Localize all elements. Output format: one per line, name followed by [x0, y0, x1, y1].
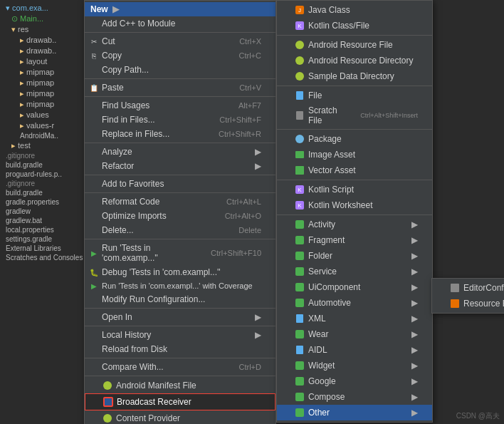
menu-refactor[interactable]: Refactor ▶: [85, 159, 275, 173]
tree-item[interactable]: build.gradle: [0, 188, 85, 197]
menu-reformat[interactable]: Reformat Code Ctrl+Alt+L: [85, 195, 275, 209]
wear-arrow-icon: ▶: [411, 329, 418, 339]
submenu-widget[interactable]: Widget ▶: [277, 358, 432, 373]
menu-find-in-files[interactable]: Find in Files... Ctrl+Shift+F: [85, 113, 275, 127]
submenu-activity[interactable]: Activity ▶: [277, 217, 432, 232]
submenu-kotlin-worksheet[interactable]: K Kotlin Worksheet: [277, 197, 432, 213]
menu-replace-in-files[interactable]: Replace in Files... Ctrl+Shift+R: [85, 127, 275, 141]
menu-find-usages[interactable]: Find Usages Alt+F7: [85, 98, 275, 113]
tree-item[interactable]: ▸ mipmap: [0, 88, 85, 99]
tree-item[interactable]: Scratches and Consoles: [0, 253, 85, 262]
menu-android-manifest[interactable]: Android Manifest File: [85, 378, 275, 393]
content-provider-icon: [102, 413, 113, 424]
tree-item[interactable]: External Libraries: [0, 244, 85, 253]
submenu-automotive[interactable]: Automotive ▶: [277, 295, 432, 311]
tree-item[interactable]: ▸ mipmap: [0, 78, 85, 88]
tree-item[interactable]: ▸ layout: [0, 56, 85, 67]
submenu-file[interactable]: File: [277, 88, 432, 103]
menu-copy-path[interactable]: Copy Path...: [85, 63, 275, 77]
menu-add-favorites[interactable]: Add to Favorites: [85, 177, 275, 191]
tree-item[interactable]: ▸ values: [0, 110, 85, 120]
tree-item[interactable]: ▾ com.exa...: [0, 3, 85, 14]
menu-local-history[interactable]: Local History ▶: [85, 328, 275, 342]
submenu-package[interactable]: Package: [277, 131, 432, 147]
editorconfig-icon: [449, 282, 461, 294]
activity-arrow-icon: ▶: [411, 219, 418, 229]
refactor-arrow-icon: ▶: [255, 161, 261, 171]
submenu-scratch-file[interactable]: Scratch File Ctrl+Alt+Shift+Insert: [277, 103, 432, 128]
menu-delete[interactable]: Delete... Delete: [85, 223, 275, 237]
separator: [85, 239, 275, 239]
tree-item[interactable]: gradle.properties: [0, 197, 85, 207]
tree-item[interactable]: AndroidMa..: [0, 131, 85, 140]
tree-item[interactable]: gradlew.bat: [0, 216, 85, 225]
submenu-wear[interactable]: Wear ▶: [277, 326, 432, 342]
tree-item[interactable]: ⊙ Main...: [0, 14, 85, 24]
java-class-icon: J: [294, 4, 305, 16]
tree-item[interactable]: ▸ mipmap: [0, 67, 85, 78]
submenu-compose[interactable]: Compose ▶: [277, 389, 432, 405]
paste-icon: 📋: [89, 84, 99, 92]
submenu-java-class[interactable]: J Java Class: [277, 2, 432, 18]
separator: [85, 96, 275, 97]
menu-paste[interactable]: 📋 Paste Ctrl+V: [85, 81, 275, 95]
tree-item[interactable]: ▸ mipmap: [0, 99, 85, 110]
submenu-vector-asset[interactable]: Vector Asset: [277, 162, 432, 178]
submenu-resource-bundle[interactable]: Resource Bundle: [432, 296, 504, 311]
copy-icon: ⎘: [89, 52, 99, 60]
tree-item[interactable]: settings.gradle: [0, 234, 85, 244]
menu-analyze[interactable]: Analyze ▶: [85, 145, 275, 159]
submenu-xml[interactable]: XML ▶: [277, 311, 432, 326]
tree-item[interactable]: build.gradle: [0, 160, 85, 170]
menu-content-provider[interactable]: Content Provider: [85, 410, 275, 424]
submenu-android-resource-dir[interactable]: Android Resource Directory: [277, 53, 432, 68]
tree-item[interactable]: ▸ values-r: [0, 120, 85, 131]
tree-item[interactable]: gradlew: [0, 207, 85, 216]
submenu-folder[interactable]: Folder ▶: [277, 248, 432, 264]
menu-run-tests[interactable]: ▶ Run 'Tests in 'com.examp...'' Ctrl+Shi…: [85, 241, 275, 265]
tree-item[interactable]: .gitignore: [0, 179, 85, 188]
menu-reload[interactable]: Reload from Disk: [85, 342, 275, 356]
tree-item[interactable]: local.properties: [0, 225, 85, 234]
submenu-image-asset[interactable]: Image Asset: [277, 147, 432, 162]
menu-open-in[interactable]: Open In ▶: [85, 310, 275, 324]
submenu-editorconfig[interactable]: EditorConfig File: [432, 280, 504, 296]
menu-broadcast-receiver[interactable]: Broadcast Receiver: [85, 393, 275, 410]
automotive-icon: [294, 297, 305, 309]
menu-copy[interactable]: ⎘ Copy Ctrl+C: [85, 48, 275, 63]
tree-item[interactable]: proguard-rules.p..: [0, 170, 85, 179]
menu-debug-tests[interactable]: 🐛 Debug 'Tests in 'com.exampl...'': [85, 265, 275, 279]
submenu-fragment[interactable]: Fragment ▶: [277, 232, 432, 248]
tree-item[interactable]: ▸ test: [0, 140, 85, 151]
ui-component-arrow-icon: ▶: [411, 282, 418, 292]
menu-compare-with[interactable]: Compare With... Ctrl+D: [85, 360, 275, 374]
submenu-ui-component[interactable]: UiComponent ▶: [277, 279, 432, 295]
submenu-other[interactable]: Other ▶: [277, 405, 432, 420]
submenu-kotlin-class[interactable]: K Kotlin Class/File: [277, 18, 432, 33]
menu-cut[interactable]: ✂ Cut Ctrl+X: [85, 34, 275, 48]
tree-item[interactable]: ▸ drawab..: [0, 46, 85, 56]
android-resource-file-icon: [294, 39, 305, 51]
menu-run-coverage[interactable]: ▶ Run 'Tests in 'com.exampl...' with Cov…: [85, 279, 275, 292]
menu-modify-run[interactable]: Modify Run Configuration...: [85, 292, 275, 306]
xml-arrow-icon: ▶: [411, 314, 418, 324]
tree-item[interactable]: ▸ drawab..: [0, 35, 85, 46]
menu-optimize-imports[interactable]: Optimize Imports Ctrl+Alt+O: [85, 209, 275, 223]
submenu-sample-data[interactable]: Sample Data Directory: [277, 68, 432, 84]
menu-new-header[interactable]: New ▶: [85, 2, 275, 16]
submenu-google[interactable]: Google ▶: [277, 373, 432, 389]
submenu-kotlin-script[interactable]: K Kotlin Script: [277, 182, 432, 197]
submenu-android-resource-file[interactable]: Android Resource File: [277, 37, 432, 53]
submenu-aidl[interactable]: AIDL ▶: [277, 342, 432, 358]
separator: [85, 358, 275, 358]
tree-item[interactable]: .gitignore: [0, 151, 85, 160]
xml-icon: [294, 313, 305, 324]
submenu-service[interactable]: Service ▶: [277, 264, 432, 279]
run-icon: ▶: [89, 249, 99, 257]
widget-icon: [294, 360, 305, 371]
ui-component-icon: [294, 281, 305, 293]
menu-add-cpp[interactable]: Add C++ to Module: [85, 16, 275, 31]
broadcast-receiver-icon: [103, 396, 114, 408]
google-icon: [294, 376, 305, 387]
tree-item[interactable]: ▾ res: [0, 24, 85, 35]
